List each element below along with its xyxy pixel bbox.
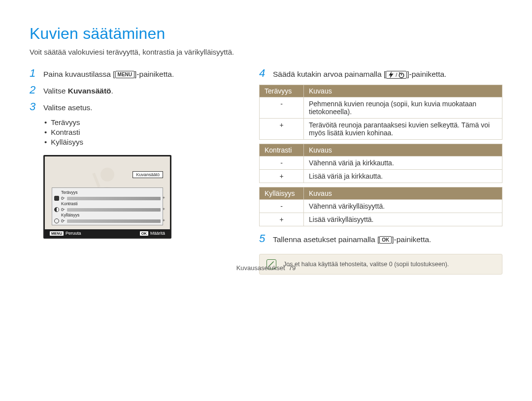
step-text: Paina kuvaustilassa [	[43, 70, 115, 78]
step-text: Säädä kutakin arvoa painamalla [	[273, 70, 386, 78]
step-3: 3 Valitse asetus.	[30, 101, 241, 112]
step-number: 3	[30, 101, 40, 112]
table-header: Kuvaus	[304, 144, 502, 156]
page-subtitle: Voit säätää valokuviesi terävyyttä, kont…	[30, 48, 502, 56]
table-row: +Lisää väriä ja kirkkautta.	[260, 170, 502, 183]
table-header: Kontrasti	[260, 144, 304, 156]
step-2: 2 Valitse Kuvansäätö.	[30, 85, 241, 95]
table-header: Terävyys	[260, 85, 304, 97]
timer-icon	[398, 71, 405, 78]
desc-cell: Lisää värikylläisyyttä.	[304, 213, 502, 226]
contrast-table: KontrastiKuvaus -Vähennä väriä ja kirkka…	[259, 144, 502, 183]
footer-page: 79	[289, 264, 296, 272]
step-text: Valitse asetus.	[43, 103, 241, 112]
step-text: .	[111, 87, 113, 95]
lcd-row: 0	[54, 218, 161, 223]
sign-cell: +	[260, 213, 304, 226]
option-item: Kontrasti	[44, 128, 241, 136]
option-item: Kylläisyys	[44, 138, 241, 146]
step-5: 5 Tallenna asetukset painamalla [OK]-pai…	[259, 233, 502, 244]
menu-tag: MENU	[50, 231, 64, 236]
lcd-slider	[67, 219, 161, 223]
option-list: Terävyys Kontrasti Kylläisyys	[44, 118, 241, 146]
step-text: ]-painiketta.	[134, 70, 174, 78]
step-text: ]-painiketta.	[407, 70, 446, 78]
step-number: 5	[259, 233, 270, 244]
svg-point-0	[100, 168, 114, 182]
desc-cell: Vähennä värikylläisyyttä.	[304, 200, 502, 213]
page-title: Kuvien säätäminen	[30, 25, 502, 43]
step-number: 4	[259, 68, 270, 79]
lcd-row-label: Terävyys	[61, 190, 161, 195]
ok-label: Määritä	[150, 231, 165, 236]
option-item: Terävyys	[44, 118, 241, 126]
ok-tag: OK	[140, 231, 148, 236]
step-1: 1 Paina kuvaustilassa [MENU]-painiketta.	[30, 68, 241, 79]
step-text: Valitse	[43, 87, 68, 95]
desc-cell: Pehmennä kuvien reunoja (sopii, kun kuvi…	[304, 97, 502, 119]
ok-button-icon: OK	[379, 236, 392, 244]
cancel-label: Peruuta	[66, 231, 81, 236]
nav-icon-pair: /	[386, 71, 407, 79]
sign-cell: -	[260, 97, 304, 119]
step-text: Tallenna asetukset painamalla [	[273, 235, 379, 244]
table-row: +Lisää värikylläisyyttä.	[260, 213, 502, 226]
saturation-icon	[54, 218, 59, 223]
desc-cell: Lisää väriä ja kirkkautta.	[304, 170, 502, 183]
contrast-icon	[54, 207, 59, 212]
sharpness-icon	[54, 196, 59, 201]
flash-icon	[388, 71, 395, 78]
table-row: -Pehmennä kuvien reunoja (sopii, kun kuv…	[260, 97, 502, 119]
sign-cell: -	[260, 200, 304, 213]
step-4: 4 Säädä kutakin arvoa painamalla [ / ]-p…	[259, 68, 502, 79]
lcd-slider	[67, 197, 161, 200]
lcd-row-label: Kontrasti	[61, 201, 161, 206]
sign-cell: +	[260, 170, 304, 183]
footer-section: Kuvausasetukset	[236, 264, 285, 272]
table-row: +Terävöitä reunoja parantaaksesi kuvien …	[260, 119, 502, 140]
sign-cell: -	[260, 156, 304, 170]
table-header: Kuvaus	[304, 187, 502, 200]
lcd-row-label: Kylläisyys	[61, 213, 161, 217]
lcd-row: 0	[54, 207, 161, 212]
step-bold: Kuvansäätö	[68, 87, 111, 95]
sharpness-table: TerävyysKuvaus -Pehmennä kuvien reunoja …	[259, 85, 502, 140]
step-text: ]-painiketta.	[392, 235, 431, 244]
menu-button-icon: MENU	[115, 71, 134, 78]
desc-cell: Terävöitä reunoja parantaaksesi kuvien s…	[304, 119, 502, 140]
saturation-table: KylläisyysKuvaus -Vähennä värikylläisyyt…	[259, 187, 502, 226]
table-row: -Vähennä värikylläisyyttä.	[260, 200, 502, 213]
table-header: Kuvaus	[304, 85, 502, 97]
lcd-slider	[67, 208, 161, 212]
page-footer: Kuvausasetukset 79	[0, 264, 532, 272]
sign-cell: +	[260, 119, 304, 140]
lcd-mockup: Kuvansäätö Terävyys 0 Kontrasti 0	[43, 155, 171, 239]
step-number: 2	[30, 85, 40, 95]
slash: /	[396, 72, 397, 78]
lcd-title: Kuvansäätö	[133, 171, 163, 178]
table-row: -Vähennä väriä ja kirkkautta.	[260, 156, 502, 170]
lcd-row: 0	[54, 196, 161, 201]
step-number: 1	[30, 68, 40, 79]
desc-cell: Vähennä väriä ja kirkkautta.	[304, 156, 502, 170]
table-header: Kylläisyys	[260, 187, 304, 200]
